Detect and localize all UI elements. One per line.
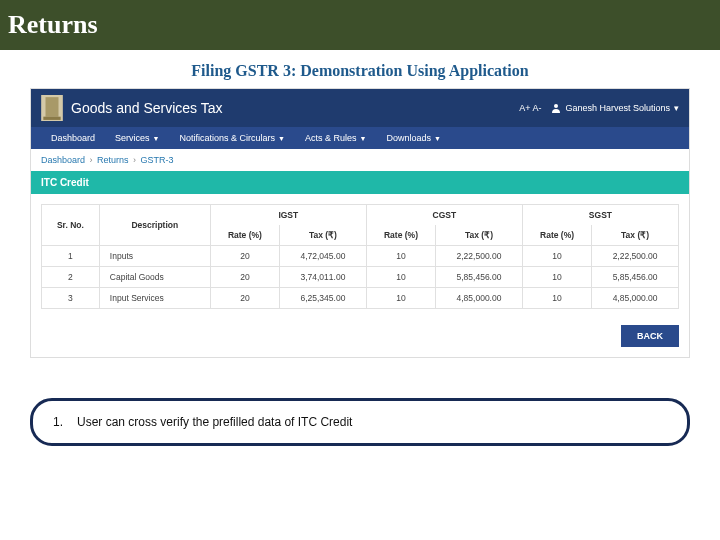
- chevron-down-icon: ▼: [359, 135, 366, 142]
- chevron-down-icon: ▼: [434, 135, 441, 142]
- subcol-tax: Tax (₹): [436, 225, 523, 246]
- cell-sgst-rate: 10: [522, 267, 591, 288]
- app-screenshot: Goods and Services Tax A+ A- Ganesh Harv…: [30, 88, 690, 358]
- chevron-down-icon: ▾: [674, 103, 679, 113]
- subcol-tax: Tax (₹): [592, 225, 679, 246]
- nav-acts-rules[interactable]: Acts & Rules ▼: [295, 127, 376, 149]
- nav-downloads[interactable]: Downloads ▼: [376, 127, 450, 149]
- cell-sr: 2: [42, 267, 100, 288]
- subcol-tax: Tax (₹): [280, 225, 367, 246]
- nav-label: Notifications & Circulars: [179, 133, 275, 143]
- nav-bar: Dashboard Services ▼ Notifications & Cir…: [31, 127, 689, 149]
- subcol-rate: Rate (%): [522, 225, 591, 246]
- cell-cgst-tax: 5,85,456.00: [436, 267, 523, 288]
- cell-sgst-rate: 10: [522, 246, 591, 267]
- subcol-rate: Rate (%): [210, 225, 279, 246]
- cell-igst-tax: 6,25,345.00: [280, 288, 367, 309]
- instruction-callout: 1. User can cross verify the prefilled d…: [30, 398, 690, 446]
- cell-cgst-rate: 10: [366, 246, 435, 267]
- table-row: 3 Input Services 20 6,25,345.00 10 4,85,…: [42, 288, 679, 309]
- subcol-rate: Rate (%): [366, 225, 435, 246]
- nav-services[interactable]: Services ▼: [105, 127, 169, 149]
- table-row: 2 Capital Goods 20 3,74,011.00 10 5,85,4…: [42, 267, 679, 288]
- itc-table-area: Sr. No. Description IGST CGST SGST Rate …: [31, 194, 689, 319]
- col-sgst: SGST: [522, 205, 678, 226]
- breadcrumb-separator: ›: [90, 155, 93, 165]
- cell-sgst-tax: 2,22,500.00: [592, 246, 679, 267]
- cell-sgst-tax: 4,85,000.00: [592, 288, 679, 309]
- cell-sr: 3: [42, 288, 100, 309]
- cell-igst-tax: 3,74,011.00: [280, 267, 367, 288]
- breadcrumb-separator: ›: [133, 155, 136, 165]
- svg-rect-1: [46, 97, 59, 117]
- nav-label: Acts & Rules: [305, 133, 357, 143]
- breadcrumb: Dashboard › Returns › GSTR-3: [31, 149, 689, 171]
- user-icon: [551, 103, 561, 113]
- font-small-button[interactable]: A-: [532, 103, 541, 113]
- cell-igst-rate: 20: [210, 246, 279, 267]
- button-row: BACK: [31, 319, 689, 357]
- user-name-label: Ganesh Harvest Solutions: [565, 103, 670, 113]
- emblem-icon: [41, 95, 63, 121]
- chevron-down-icon: ▼: [278, 135, 285, 142]
- svg-rect-2: [43, 117, 60, 120]
- cell-cgst-tax: 2,22,500.00: [436, 246, 523, 267]
- breadcrumb-item: GSTR-3: [141, 155, 174, 165]
- breadcrumb-item[interactable]: Returns: [97, 155, 129, 165]
- cell-igst-rate: 20: [210, 288, 279, 309]
- section-banner: ITC Credit: [31, 171, 689, 194]
- font-large-button[interactable]: A+: [519, 103, 530, 113]
- cell-igst-tax: 4,72,045.00: [280, 246, 367, 267]
- callout-number: 1.: [53, 415, 63, 429]
- nav-label: Dashboard: [51, 133, 95, 143]
- gst-header-bar: Goods and Services Tax A+ A- Ganesh Harv…: [31, 89, 689, 127]
- cell-cgst-rate: 10: [366, 288, 435, 309]
- svg-point-3: [554, 104, 558, 108]
- callout-text: User can cross verify the prefilled data…: [77, 415, 352, 429]
- cell-cgst-rate: 10: [366, 267, 435, 288]
- cell-sr: 1: [42, 246, 100, 267]
- col-igst: IGST: [210, 205, 366, 226]
- cell-igst-rate: 20: [210, 267, 279, 288]
- nav-notifications[interactable]: Notifications & Circulars ▼: [169, 127, 294, 149]
- itc-credit-table: Sr. No. Description IGST CGST SGST Rate …: [41, 204, 679, 309]
- breadcrumb-item[interactable]: Dashboard: [41, 155, 85, 165]
- col-srno: Sr. No.: [42, 205, 100, 246]
- cell-sgst-tax: 5,85,456.00: [592, 267, 679, 288]
- user-menu[interactable]: Ganesh Harvest Solutions ▾: [551, 103, 679, 113]
- cell-desc: Inputs: [99, 246, 210, 267]
- col-description: Description: [99, 205, 210, 246]
- nav-label: Downloads: [386, 133, 431, 143]
- cell-sgst-rate: 10: [522, 288, 591, 309]
- cell-desc: Input Services: [99, 288, 210, 309]
- font-size-controls[interactable]: A+ A-: [519, 103, 541, 113]
- cell-cgst-tax: 4,85,000.00: [436, 288, 523, 309]
- slide-title: Returns: [0, 0, 720, 50]
- nav-label: Services: [115, 133, 150, 143]
- app-title: Goods and Services Tax: [71, 100, 519, 116]
- slide-subtitle: Filing GSTR 3: Demonstration Using Appli…: [0, 50, 720, 88]
- back-button[interactable]: BACK: [621, 325, 679, 347]
- chevron-down-icon: ▼: [153, 135, 160, 142]
- table-row: 1 Inputs 20 4,72,045.00 10 2,22,500.00 1…: [42, 246, 679, 267]
- nav-dashboard[interactable]: Dashboard: [41, 127, 105, 149]
- col-cgst: CGST: [366, 205, 522, 226]
- table-header-row-top: Sr. No. Description IGST CGST SGST: [42, 205, 679, 226]
- cell-desc: Capital Goods: [99, 267, 210, 288]
